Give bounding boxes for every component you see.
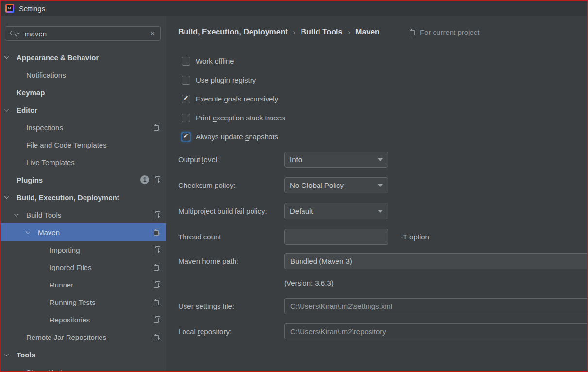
sidebar-item-build-execution-deployment[interactable]: Build, Execution, Deployment [1, 188, 166, 206]
sidebar-item-label: Live Templates [26, 158, 75, 167]
breadcrumb-path: Build, Execution, Deployment›Build Tools… [178, 28, 380, 36]
chevron-down-icon[interactable] [5, 57, 17, 58]
checkbox-group: Work offlineUse plugin registryExecute g… [182, 51, 587, 146]
sidebar-item-appearance-behavior[interactable]: Appearance & Behavior [1, 49, 166, 66]
plugins-update-badge: 1 [140, 175, 149, 184]
for-current-project-icon [410, 29, 416, 35]
settings-sidebar: ✕ Appearance & BehaviorNotificationsKeym… [1, 16, 166, 371]
field-label: User settings file: [178, 302, 284, 310]
per-project-settings-icon [154, 229, 160, 236]
sidebar-item-maven[interactable]: Maven [1, 223, 166, 241]
sidebar-item-plugins[interactable]: Plugins1 [1, 171, 166, 188]
sidebar-item-editor[interactable]: Editor [1, 101, 166, 118]
per-project-settings-icon [154, 299, 160, 305]
field-label: Multiproject build fail policy: [178, 207, 284, 215]
per-project-settings-icon [154, 124, 160, 131]
search-box[interactable]: ✕ [5, 26, 161, 41]
dropdown-arrow-icon [378, 210, 383, 213]
per-project-settings-icon [154, 176, 160, 183]
clear-search-icon[interactable]: ✕ [150, 30, 155, 37]
breadcrumb-separator: › [293, 28, 296, 36]
checkbox-row-use-plugin-registry: Use plugin registry [182, 70, 587, 89]
search-icon [10, 30, 19, 37]
chevron-down-icon[interactable] [5, 354, 17, 355]
sidebar-item-build-tools[interactable]: Build Tools [1, 206, 166, 223]
select-value: Info [290, 155, 302, 164]
sidebar-item-label: Keymap [17, 88, 45, 97]
sidebar-item-label: Appearance & Behavior [17, 53, 99, 62]
sidebar-item-label: Running Tests [50, 298, 96, 306]
field-label: Local repository: [178, 327, 284, 336]
scope-indicator: For current project [410, 28, 480, 36]
sidebar-item-repositories[interactable]: Repositories [1, 311, 166, 328]
field-control: Default [284, 203, 587, 219]
window-title: Settings [19, 4, 45, 13]
local-repository-field[interactable]: C:\Users\Kiran\.m2\repository [284, 323, 587, 339]
sidebar-item-notifications[interactable]: Notifications [1, 66, 166, 84]
sidebar-item-label: Editor [17, 106, 37, 114]
sidebar-item-shared-indexes[interactable]: Shared Indexes [1, 363, 166, 371]
checkbox-always-update-snapshots[interactable] [182, 133, 190, 141]
form-row-user-settings-file: User settings file:C:\Users\Kiran\.m2\se… [178, 293, 587, 319]
form-row-output-level: Output level:Info [178, 147, 587, 172]
checkbox-label: Print exception stack traces [196, 114, 285, 122]
checkbox-work-offline[interactable] [182, 57, 190, 66]
intellij-logo-icon: IJ [5, 4, 14, 13]
field-value: Bundled (Maven 3) [290, 257, 352, 265]
breadcrumb-separator: › [348, 28, 350, 36]
dropdown-arrow-icon [378, 158, 383, 161]
maven-home-path-field[interactable]: Bundled (Maven 3) [284, 253, 587, 269]
sidebar-item-remote-jar-repositories[interactable]: Remote Jar Repositories [1, 328, 166, 346]
chevron-down-icon[interactable] [5, 197, 17, 198]
sidebar-item-inspections[interactable]: Inspections [1, 118, 166, 136]
sidebar-item-label: Inspections [26, 123, 63, 132]
chevron-down-icon[interactable] [15, 214, 26, 216]
checkbox-label: Use plugin registry [196, 76, 256, 84]
chevron-down-icon[interactable] [26, 232, 38, 233]
field-control: -T option [284, 229, 587, 245]
select-value: No Global Policy [290, 181, 344, 189]
settings-page-maven: Build, Execution, Deployment›Build Tools… [166, 16, 587, 371]
user-settings-file-field[interactable]: C:\Users\Kiran\.m2\settings.xml [284, 298, 587, 314]
sidebar-item-file-and-code-templates[interactable]: File and Code Templates [1, 136, 166, 153]
breadcrumb-item-maven: Maven [355, 28, 380, 36]
checkbox-row-work-offline: Work offline [182, 51, 587, 70]
form-row-maven-home-path: Maven home path:Bundled (Maven 3) [178, 250, 587, 272]
field-value: C:\Users\Kiran\.m2\repository [290, 327, 386, 336]
dropdown-arrow-icon [378, 184, 383, 187]
per-project-settings-icon [154, 264, 160, 271]
sidebar-item-runner[interactable]: Runner [1, 276, 166, 293]
settings-tree: Appearance & BehaviorNotificationsKeymap… [1, 49, 166, 371]
checkbox-execute-goals-recursively[interactable] [182, 95, 190, 103]
per-project-settings-icon [154, 281, 160, 288]
checksum-policy-select[interactable]: No Global Policy [284, 177, 388, 193]
sidebar-item-tools[interactable]: Tools [1, 346, 166, 363]
maven-version-note: (Version: 3.6.3) [284, 279, 334, 287]
breadcrumb: Build, Execution, Deployment›Build Tools… [178, 16, 587, 39]
checkbox-print-exception-stack-traces[interactable] [182, 114, 190, 122]
checkbox-label: Always update snapshots [196, 133, 278, 141]
field-label: Checksum policy: [178, 181, 284, 189]
field-label: Output level: [178, 155, 284, 164]
multiproject-build-fail-policy-select[interactable]: Default [284, 203, 388, 219]
sidebar-item-label: Runner [50, 281, 73, 289]
scope-label: For current project [420, 28, 480, 36]
chevron-down-icon[interactable] [5, 109, 17, 111]
field-control: Info [284, 152, 587, 168]
form-row-checksum-policy: Checksum policy:No Global Policy [178, 172, 587, 198]
checkbox-use-plugin-registry[interactable] [182, 76, 190, 85]
output-level-select[interactable]: Info [284, 152, 388, 168]
sidebar-item-running-tests[interactable]: Running Tests [1, 293, 166, 311]
sidebar-item-label: Maven [38, 228, 60, 237]
sidebar-item-label: Tools [17, 351, 35, 359]
thread-count-input[interactable] [284, 229, 388, 245]
sidebar-item-keymap[interactable]: Keymap [1, 84, 166, 101]
field-label: Maven home path: [178, 257, 284, 265]
sidebar-item-label: Ignored Files [50, 263, 92, 271]
sidebar-item-ignored-files[interactable]: Ignored Files [1, 258, 166, 276]
sidebar-item-importing[interactable]: Importing [1, 241, 166, 258]
sidebar-item-label: Build Tools [26, 211, 61, 219]
sidebar-item-live-templates[interactable]: Live Templates [1, 153, 166, 171]
sidebar-item-label: Importing [50, 246, 80, 254]
search-input[interactable] [25, 30, 144, 38]
